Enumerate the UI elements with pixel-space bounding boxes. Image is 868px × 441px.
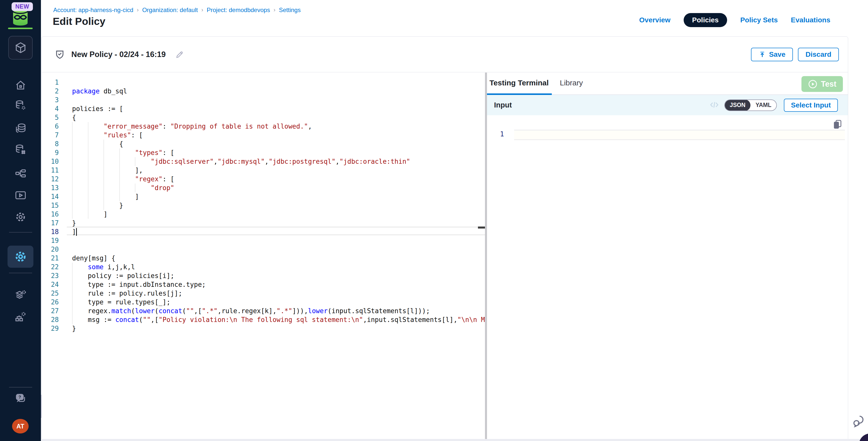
chat-widget-corner[interactable] bbox=[859, 434, 868, 441]
code-line[interactable]: 7 "rules": [ bbox=[42, 131, 485, 139]
bottom-scroll-strip[interactable] bbox=[41, 439, 868, 441]
code-line[interactable]: 1 bbox=[42, 78, 485, 87]
code-line[interactable]: 14 ] bbox=[42, 192, 485, 201]
line-number: 21 bbox=[42, 254, 59, 263]
format-option-yaml[interactable]: YAML bbox=[750, 99, 776, 111]
discard-button[interactable]: Discard bbox=[798, 48, 839, 61]
code-line[interactable]: 12 "regex": [ bbox=[42, 175, 485, 184]
code-token: { bbox=[72, 114, 76, 121]
module-selector-button[interactable] bbox=[8, 36, 33, 60]
sidebar-item-layers-settings[interactable] bbox=[14, 289, 27, 302]
sidebar-item-config-gear[interactable] bbox=[14, 211, 27, 223]
sidebar-item-home[interactable] bbox=[14, 79, 27, 92]
format-option-json[interactable]: JSON bbox=[725, 99, 751, 111]
string-token: ".*" bbox=[202, 307, 218, 315]
code-token: type = rule.types[_]; bbox=[72, 298, 170, 306]
code-line[interactable]: 13 "drop" bbox=[42, 184, 485, 192]
keyword-token: match bbox=[112, 307, 131, 315]
code-line[interactable]: 26 type = rule.types[_]; bbox=[42, 298, 485, 307]
string-token: "\n\n Matches th bbox=[457, 316, 485, 323]
line-number: 6 bbox=[42, 122, 59, 131]
code-line[interactable]: 17} bbox=[42, 219, 485, 227]
code-text: { bbox=[72, 113, 76, 122]
code-text: ] bbox=[72, 227, 76, 236]
code-line[interactable]: 19 bbox=[42, 236, 485, 245]
code-line[interactable]: 9 "types": [ bbox=[42, 149, 485, 157]
string-token: "Policy violation:\n The following sql s… bbox=[158, 316, 363, 323]
select-input-button[interactable]: Select Input bbox=[784, 99, 838, 112]
code-line[interactable]: 4policies := [ bbox=[42, 104, 485, 113]
panel-splitter[interactable] bbox=[485, 72, 487, 439]
code-line[interactable]: 18] bbox=[42, 227, 485, 236]
play-circle-icon bbox=[808, 80, 817, 89]
code-token: : [ bbox=[162, 175, 174, 183]
breadcrumb-link[interactable]: Account: app-harness-ng-cicd bbox=[53, 6, 133, 13]
code-line[interactable]: 21deny[msg] { bbox=[42, 254, 485, 263]
code-line[interactable]: 6 "error_message": "Dropping of table is… bbox=[42, 122, 485, 131]
code-text: policy := policies[i]; bbox=[72, 272, 174, 280]
breadcrumb-separator: › bbox=[274, 7, 275, 13]
string-token: "" bbox=[143, 316, 151, 323]
chat-bubbles-icon[interactable] bbox=[851, 413, 867, 429]
code-line[interactable]: 29} bbox=[42, 324, 485, 333]
code-line[interactable]: 24 type := input.dbInstance.type; bbox=[42, 280, 485, 289]
sidebar-item-settings-active[interactable] bbox=[7, 246, 33, 268]
code-line[interactable]: 5{ bbox=[42, 113, 485, 122]
input-bar: Input JSONYAML Select Input bbox=[487, 95, 848, 115]
line-number: 10 bbox=[42, 157, 59, 166]
code-token: ] bbox=[72, 228, 76, 235]
sidebar-item-db-migrations[interactable] bbox=[14, 143, 27, 156]
code-text: type = rule.types[_]; bbox=[72, 298, 170, 307]
code-line[interactable]: 20 bbox=[42, 245, 485, 254]
sidebar-item-pipelines[interactable] bbox=[14, 167, 27, 181]
sidebar-item-db-stack[interactable] bbox=[14, 122, 27, 135]
nav-evaluations[interactable]: Evaluations bbox=[791, 13, 830, 27]
code-line[interactable]: 3 bbox=[42, 96, 485, 104]
code-token: , bbox=[308, 123, 312, 130]
code-line[interactable]: 22 some i,j,k,l bbox=[42, 263, 485, 272]
save-label: Save bbox=[769, 51, 785, 59]
code-line[interactable]: 23 policy := policies[i]; bbox=[42, 272, 485, 280]
edit-pencil-icon[interactable] bbox=[175, 50, 184, 59]
line-number: 2 bbox=[42, 87, 59, 96]
input-editor-line[interactable] bbox=[514, 130, 845, 140]
breadcrumb-link[interactable]: Settings bbox=[279, 6, 301, 13]
string-token: "drop" bbox=[151, 184, 174, 192]
keyword-token: lower bbox=[308, 307, 328, 315]
code-token: ], bbox=[72, 166, 143, 174]
code-line[interactable]: 8 { bbox=[42, 139, 485, 149]
code-token: db_sql bbox=[100, 87, 127, 95]
code-line[interactable]: 15 } bbox=[42, 201, 485, 210]
code-pane[interactable]: 12package db_sql34policies := [5{6 "erro… bbox=[42, 72, 485, 439]
sidebar-item-db-config[interactable] bbox=[14, 99, 27, 112]
sidebar-item-executions[interactable] bbox=[14, 189, 27, 202]
copy-icon[interactable] bbox=[832, 119, 843, 130]
code-line[interactable]: 25 rule := policy.rules[j]; bbox=[42, 289, 485, 298]
nav-overview[interactable]: Overview bbox=[639, 13, 671, 27]
nav-policy-sets[interactable]: Policy Sets bbox=[740, 13, 778, 27]
avatar[interactable]: AT bbox=[12, 419, 29, 434]
string-token: "error_message" bbox=[103, 123, 162, 130]
format-toggle[interactable]: JSONYAML bbox=[724, 99, 777, 111]
code-line[interactable]: 28 msg := concat("",["Policy violation:\… bbox=[42, 315, 485, 324]
line-number: 8 bbox=[42, 139, 59, 149]
top-nav: OverviewPoliciesPolicy SetsEvaluations bbox=[639, 13, 830, 27]
breadcrumb-link[interactable]: Project: demodbdevops bbox=[207, 6, 270, 13]
code-line[interactable]: 27 regex.match(lower(concat("",[".*",rul… bbox=[42, 307, 485, 315]
code-text: msg := concat("",["Policy violation:\n T… bbox=[72, 315, 485, 324]
save-button[interactable]: Save bbox=[751, 48, 793, 61]
tab-testing-terminal[interactable]: Testing Terminal bbox=[490, 78, 549, 87]
code-text: } bbox=[72, 219, 76, 227]
code-line[interactable]: 2package db_sql bbox=[42, 87, 485, 96]
breadcrumb-separator: › bbox=[137, 7, 138, 13]
sidebar-item-org-settings[interactable] bbox=[14, 310, 27, 323]
code-line[interactable]: 16 ] bbox=[42, 210, 485, 219]
breadcrumb-link[interactable]: Organization: default bbox=[142, 6, 198, 13]
code-line[interactable]: 10 "jdbc:sqlserver","jdbc:mysql","jdbc:p… bbox=[42, 157, 485, 166]
tab-library[interactable]: Library bbox=[560, 78, 583, 87]
code-line[interactable]: 11 ], bbox=[42, 166, 485, 175]
sidebar-item-help[interactable]: ? bbox=[14, 392, 27, 405]
code-token: deny[msg] { bbox=[72, 254, 115, 262]
nav-policies[interactable]: Policies bbox=[684, 13, 727, 27]
test-button[interactable]: Test bbox=[801, 76, 843, 92]
